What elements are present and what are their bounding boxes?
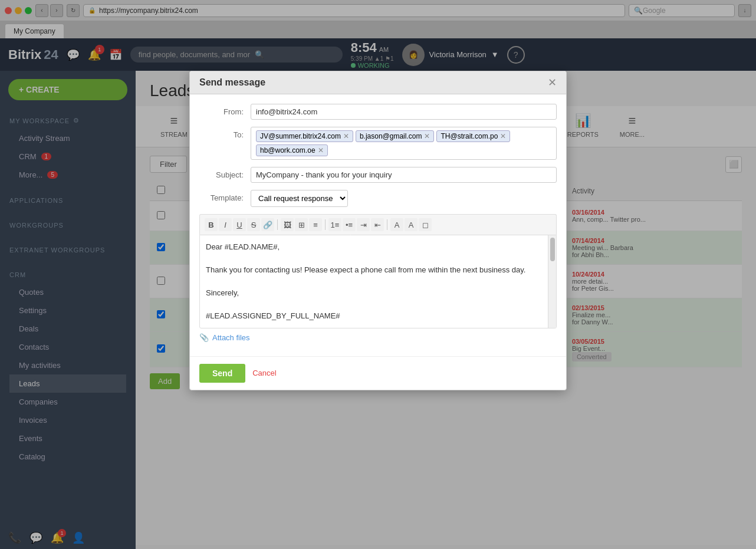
toolbar-separator-1 (277, 219, 278, 230)
subject-field (251, 167, 557, 183)
editor-scrollbar-thumb[interactable] (550, 238, 555, 261)
template-select[interactable]: Call request response (251, 190, 348, 207)
remove-recipient-2[interactable]: ✕ (424, 132, 430, 140)
subject-row: Subject: (199, 167, 557, 183)
font-color-button[interactable]: A (390, 218, 403, 231)
editor-scrollbar-track[interactable] (548, 235, 556, 328)
recipient-email-4: hb@work.com.oe (260, 146, 315, 154)
template-label: Template: (199, 190, 244, 202)
template-field: Call request response (251, 190, 557, 207)
image-button[interactable]: 🖼 (281, 218, 294, 231)
attach-files-label: Attach files (212, 333, 250, 342)
toolbar-separator-3 (387, 219, 387, 230)
subject-label: Subject: (199, 167, 244, 179)
recipient-email-1: JV@summer.bitrix24.com (260, 132, 341, 140)
from-input[interactable] (251, 104, 557, 120)
cancel-button[interactable]: Cancel (252, 369, 276, 377)
editor-body[interactable]: Dear #LEAD.NAME#, Thank you for contacti… (199, 235, 557, 328)
to-row: To: JV@summer.bitrix24.com ✕ b.jason@gma… (199, 127, 557, 160)
modal-footer: Send Cancel (190, 356, 566, 390)
editor-toolbar: B I U S 🔗 🖼 ⊞ ≡ 1≡ •≡ ⇥ ⇤ A A ◻ (199, 214, 557, 235)
to-field: JV@summer.bitrix24.com ✕ b.jason@gmail.c… (251, 127, 557, 160)
ordered-list-button[interactable]: 1≡ (328, 218, 341, 231)
modal-close-button[interactable]: ✕ (548, 77, 557, 88)
send-message-modal: Send message ✕ From: To: JV@summer.bitri… (189, 71, 567, 390)
recipient-email-2: b.jason@gmail.com (360, 132, 422, 140)
remove-recipient-3[interactable]: ✕ (500, 132, 506, 140)
strikethrough-button[interactable]: S (247, 218, 260, 231)
send-button[interactable]: Send (199, 364, 245, 383)
bg-color-button[interactable]: A (405, 218, 418, 231)
recipient-tag-4[interactable]: hb@work.com.oe ✕ (256, 144, 328, 156)
template-row: Template: Call request response (199, 190, 557, 207)
modal-header: Send message ✕ (190, 71, 566, 94)
align-left-button[interactable]: ≡ (309, 218, 322, 231)
recipient-tag-2[interactable]: b.jason@gmail.com ✕ (356, 130, 435, 142)
table-button[interactable]: ⊞ (295, 218, 308, 231)
remove-recipient-1[interactable]: ✕ (343, 132, 349, 140)
modal-title: Send message (199, 77, 265, 88)
remove-recipient-4[interactable]: ✕ (318, 146, 324, 154)
editor-text: Dear #LEAD.NAME#, Thank you for contacti… (206, 241, 550, 322)
recipient-email-3: TH@strait.com.po (441, 132, 498, 140)
fullscreen-button[interactable]: ◻ (419, 218, 432, 231)
italic-button[interactable]: I (219, 218, 232, 231)
indent-button[interactable]: ⇥ (357, 218, 370, 231)
recipient-tag-3[interactable]: TH@strait.com.po ✕ (436, 130, 510, 142)
unordered-list-button[interactable]: •≡ (343, 218, 356, 231)
attach-files-row[interactable]: 📎 Attach files (199, 328, 557, 347)
recipients-box[interactable]: JV@summer.bitrix24.com ✕ b.jason@gmail.c… (251, 127, 557, 160)
bold-button[interactable]: B (205, 218, 218, 231)
link-button[interactable]: 🔗 (261, 218, 274, 231)
outdent-button[interactable]: ⇤ (371, 218, 384, 231)
paperclip-icon: 📎 (199, 333, 209, 342)
modal-overlay: Send message ✕ From: To: JV@summer.bitri… (0, 0, 756, 545)
toolbar-separator-2 (325, 219, 326, 230)
subject-input[interactable] (251, 167, 557, 183)
modal-body: From: To: JV@summer.bitrix24.com ✕ b.jas… (190, 94, 566, 356)
to-label: To: (199, 127, 244, 139)
from-field (251, 104, 557, 120)
from-row: From: (199, 104, 557, 120)
underline-button[interactable]: U (233, 218, 246, 231)
from-label: From: (199, 104, 244, 116)
recipient-tag-1[interactable]: JV@summer.bitrix24.com ✕ (256, 130, 353, 142)
